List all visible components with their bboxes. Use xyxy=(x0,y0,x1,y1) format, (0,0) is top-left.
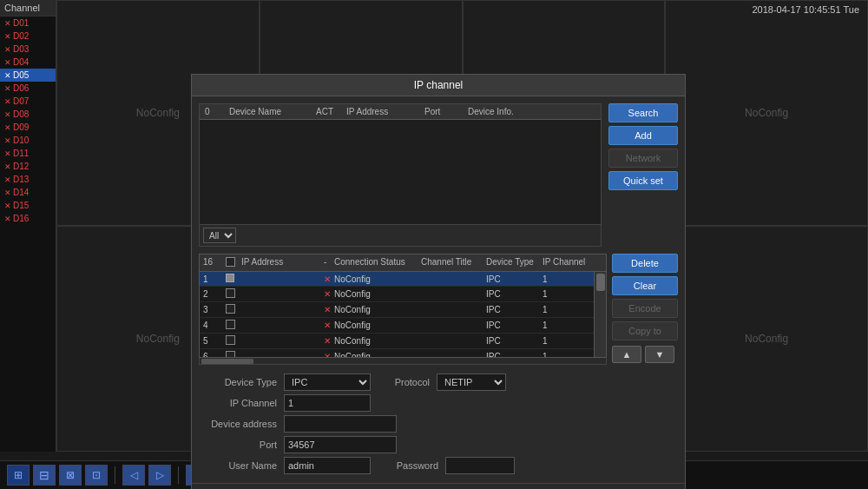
up-button[interactable]: ▲ xyxy=(612,346,641,363)
col-device-name: Device Name xyxy=(227,107,314,116)
col-act: ACT xyxy=(314,107,345,116)
taskbar-grid-4[interactable]: ⊡ xyxy=(85,465,108,486)
encode-button[interactable]: Encode xyxy=(612,299,678,318)
device-type-select[interactable]: IPC xyxy=(284,373,371,391)
add-button[interactable]: Add xyxy=(608,126,678,145)
table-row[interactable]: 2 ✕ NoConfig IPC 1 xyxy=(200,287,594,302)
col-ip: IP Address xyxy=(345,107,423,116)
ip-table-scrollbar[interactable] xyxy=(595,271,607,358)
copy-to-button[interactable]: Copy to xyxy=(612,321,678,340)
ip-channel-input[interactable] xyxy=(284,394,371,412)
ip-channel-label: IP Channel xyxy=(199,398,277,408)
taskbar-grid-3[interactable]: ⊠ xyxy=(59,465,82,486)
ch-d01[interactable]: ✕D01 xyxy=(0,17,56,30)
ch-d12[interactable]: ✕D12 xyxy=(0,160,56,173)
port-input[interactable] xyxy=(284,436,397,453)
col-info: Device Info. xyxy=(466,107,597,116)
filter-dropdown[interactable]: All xyxy=(203,228,236,243)
right-button-panel: Search Add Network Quick set xyxy=(608,103,678,247)
table-row[interactable]: 6 ✕ NoConfig IPC 1 xyxy=(200,349,594,358)
ipcol-title: Channel Title xyxy=(421,257,486,268)
clear-button[interactable]: Clear xyxy=(612,276,678,295)
ch-d09[interactable]: ✕D09 xyxy=(0,121,56,134)
ch-d15[interactable]: ✕D15 xyxy=(0,199,56,212)
device-type-label: Device Type xyxy=(199,377,277,387)
username-input[interactable] xyxy=(284,457,371,474)
delete-button[interactable]: Delete xyxy=(612,254,678,273)
search-button[interactable]: Search xyxy=(608,103,678,122)
taskbar-grid-1[interactable]: ⊞ xyxy=(7,465,30,486)
table-row[interactable]: 1 ✕ NoConfig IPC 1 xyxy=(200,272,594,287)
ip-channel-row: IP Channel xyxy=(199,394,678,412)
taskbar-grid-2[interactable]: ⊟ xyxy=(33,465,56,486)
scroll-thumb[interactable] xyxy=(596,274,605,291)
device-address-input[interactable] xyxy=(284,415,397,433)
port-row: Port xyxy=(199,436,678,453)
ch-d13[interactable]: ✕D13 xyxy=(0,173,56,186)
ipcol-check xyxy=(226,257,241,268)
protocol-label: Protocol xyxy=(378,377,430,387)
ip-table-wrapper: 1 ✕ NoConfig IPC 1 2 xyxy=(199,271,607,358)
grid-cell-4: NoConfig xyxy=(665,0,868,226)
ch-d02[interactable]: ✕D02 xyxy=(0,30,56,43)
datetime-display: 2018-04-17 10:45:51 Tue xyxy=(752,4,859,15)
ch-d08[interactable]: ✕D08 xyxy=(0,108,56,121)
ip-table-header: 16 IP Address - Connection Status Channe… xyxy=(199,254,607,271)
ch-d05[interactable]: ✕D05 xyxy=(0,69,56,82)
taskbar-divider-2 xyxy=(178,466,179,484)
channel-header: Channel xyxy=(0,0,56,17)
table-row[interactable]: 5 ✕ NoConfig IPC 1 xyxy=(200,334,594,349)
username-label: User Name xyxy=(199,460,277,471)
ipcol-dash: - xyxy=(324,257,334,268)
device-search-table: 0 Device Name ACT IP Address Port Device… xyxy=(199,103,602,247)
dialog-top-section: 0 Device Name ACT IP Address Port Device… xyxy=(192,96,685,254)
taskbar-next[interactable]: ▷ xyxy=(148,465,171,486)
col-num: 0 xyxy=(203,107,227,116)
channel-sidebar: Channel ✕D01 ✕D02 ✕D03 ✕D04 ✕D05 ✕D06 ✕D… xyxy=(0,0,56,452)
ch-d03[interactable]: ✕D03 xyxy=(0,43,56,56)
password-input[interactable] xyxy=(445,457,515,474)
device-table-body xyxy=(200,120,601,224)
port-label: Port xyxy=(199,439,277,450)
quick-set-button[interactable]: Quick set xyxy=(608,171,678,190)
ch-d10[interactable]: ✕D10 xyxy=(0,134,56,147)
ch-d14[interactable]: ✕D14 xyxy=(0,186,56,199)
down-button[interactable]: ▼ xyxy=(645,346,674,363)
ip-channel-dialog: IP channel 0 Device Name ACT IP Address … xyxy=(191,74,686,489)
password-label: Password xyxy=(378,460,438,471)
network-button[interactable]: Network xyxy=(608,149,678,168)
dialog-title: IP channel xyxy=(192,75,685,96)
filter-row: All xyxy=(200,224,601,246)
ip-table-section: 16 IP Address - Connection Status Channe… xyxy=(192,254,685,368)
ipcol-type: Device Type xyxy=(486,257,542,268)
ipcol-channel: IP Channel xyxy=(542,257,590,268)
ch-d07[interactable]: ✕D07 xyxy=(0,95,56,108)
device-table-header: 0 Device Name ACT IP Address Port Device… xyxy=(200,104,601,120)
ch-d16[interactable]: ✕D16 xyxy=(0,212,56,225)
protocol-select[interactable]: NETIP xyxy=(437,373,506,391)
col-port: Port xyxy=(423,107,466,116)
dialog-footer: Apply Exit xyxy=(192,483,685,489)
device-type-row: Device Type IPC Protocol NETIP xyxy=(199,373,678,391)
ipcol-count: 16 xyxy=(203,257,226,268)
device-address-row: Device address xyxy=(199,415,678,433)
taskbar-prev[interactable]: ◁ xyxy=(122,465,145,486)
table-side-buttons: Delete Clear Encode Copy to ▲ ▼ xyxy=(607,254,678,365)
form-section: Device Type IPC Protocol NETIP IP Channe… xyxy=(192,368,685,483)
taskbar-divider-1 xyxy=(115,466,115,484)
table-row[interactable]: 4 ✕ NoConfig IPC 1 xyxy=(200,318,594,334)
ch-d04[interactable]: ✕D04 xyxy=(0,56,56,69)
ch-d06[interactable]: ✕D06 xyxy=(0,82,56,95)
ip-table-body: 1 ✕ NoConfig IPC 1 2 xyxy=(199,271,595,358)
grid-cell-8: NoConfig xyxy=(665,226,868,452)
ipcol-conn: Connection Status xyxy=(334,257,421,268)
username-row: User Name Password xyxy=(199,457,678,474)
ipcol-ip: IP Address xyxy=(241,257,324,268)
table-row[interactable]: 3 ✕ NoConfig IPC 1 xyxy=(200,302,594,318)
ch-d11[interactable]: ✕D11 xyxy=(0,147,56,160)
device-address-label: Device address xyxy=(199,419,277,429)
